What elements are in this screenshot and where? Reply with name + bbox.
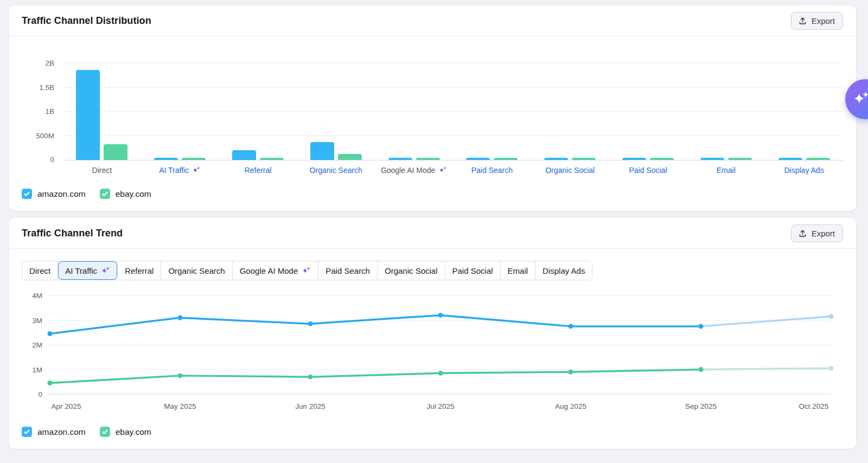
legend-label: ebay.com — [116, 427, 151, 437]
legend-item-amazon-com[interactable]: amazon.com — [22, 427, 86, 437]
tab-organic-search[interactable]: Organic Search — [161, 261, 232, 280]
category-label-direct: Direct — [63, 166, 141, 175]
data-point-ebay-com-Oct-2025[interactable] — [829, 366, 834, 371]
data-point-ebay-com-May-2025[interactable] — [178, 373, 183, 378]
y-axis-tick-label: 3M — [32, 317, 42, 325]
x-axis-tick-label: Sep 2025 — [685, 402, 717, 410]
legend-checkbox[interactable] — [100, 427, 110, 437]
bar-paid-search-amazon-com[interactable] — [466, 158, 490, 160]
line-chart-svg: 01M2M3M4MApr 2025May 2025Jun 2025Jul 202… — [22, 289, 843, 418]
legend-item-ebay-com[interactable]: ebay.com — [100, 427, 151, 437]
category-label-display-ads[interactable]: Display Ads — [765, 166, 843, 175]
data-point-ebay-com-Jun-2025[interactable] — [308, 375, 313, 380]
tab-direct[interactable]: Direct — [22, 261, 58, 280]
tab-paid-search[interactable]: Paid Search — [318, 261, 378, 280]
y-axis-tick-label: 2M — [32, 341, 42, 349]
trend-panel-body: DirectAI TrafficReferralOrganic SearchGo… — [9, 249, 856, 449]
tab-label: Referral — [125, 266, 154, 275]
data-point-ebay-com-Sep-2025[interactable] — [699, 367, 704, 372]
bar-email-amazon-com[interactable] — [700, 158, 724, 160]
tab-ai-traffic[interactable]: AI Traffic — [58, 261, 118, 280]
bar-email-ebay-com[interactable] — [728, 158, 752, 160]
category-label-text: Paid Search — [471, 166, 513, 175]
distribution-panel: Traffic Channel Distribution Export 0500… — [9, 5, 856, 211]
data-point-amazon-com-Sep-2025[interactable] — [699, 324, 704, 329]
trend-panel: Traffic Channel Trend Export DirectAI Tr… — [9, 218, 856, 449]
data-point-ebay-com-Apr-2025[interactable] — [48, 381, 53, 385]
data-point-amazon-com-Jul-2025[interactable] — [438, 313, 443, 318]
bar-organic-social-amazon-com[interactable] — [544, 158, 568, 160]
data-point-amazon-com-May-2025[interactable] — [178, 315, 183, 320]
bar-ai-traffic-amazon-com[interactable] — [154, 158, 178, 160]
bar-direct-ebay-com[interactable] — [104, 144, 127, 160]
category-label-paid-search[interactable]: Paid Search — [453, 166, 531, 175]
category-label-text: Display Ads — [784, 166, 824, 175]
trend-legend: amazon.comebay.com — [22, 427, 843, 437]
bar-referral-ebay-com[interactable] — [260, 158, 284, 160]
export-button-distribution[interactable]: Export — [791, 12, 843, 30]
sparkles-icon — [438, 166, 447, 175]
bar-display-ads-amazon-com[interactable] — [778, 158, 802, 160]
legend-item-ebay-com[interactable]: ebay.com — [100, 189, 151, 199]
category-label-text: Organic Social — [545, 166, 595, 175]
traffic-distribution-bar-chart: 0500M1B1.5B2BDirectAI TrafficReferralOrg… — [22, 63, 843, 175]
x-axis-tick-label: Apr 2025 — [52, 402, 81, 410]
legend-checkbox[interactable] — [100, 189, 110, 199]
bar-ai-traffic-ebay-com[interactable] — [182, 158, 206, 160]
category-label-organic-social[interactable]: Organic Social — [531, 166, 609, 175]
tab-display-ads[interactable]: Display Ads — [535, 261, 592, 280]
category-label-paid-social[interactable]: Paid Social — [609, 166, 687, 175]
data-point-amazon-com-Oct-2025[interactable] — [829, 314, 834, 319]
bar-group-ai-traffic — [141, 63, 219, 160]
tab-google-ai-mode[interactable]: Google AI Mode — [233, 261, 319, 280]
distribution-panel-header: Traffic Channel Distribution Export — [9, 5, 856, 36]
data-point-ebay-com-Aug-2025[interactable] — [569, 370, 573, 375]
bar-paid-social-ebay-com[interactable] — [650, 158, 674, 160]
bar-paid-search-ebay-com[interactable] — [494, 158, 518, 160]
bar-google-ai-mode-ebay-com[interactable] — [416, 158, 440, 160]
bar-organic-social-ebay-com[interactable] — [572, 158, 596, 160]
bar-chart-plot-area — [63, 63, 843, 160]
bar-organic-search-amazon-com[interactable] — [310, 142, 334, 160]
bar-google-ai-mode-amazon-com[interactable] — [388, 158, 412, 160]
gridline — [63, 160, 843, 160]
bar-group-display-ads — [765, 63, 843, 160]
category-label-text: AI Traffic — [159, 166, 189, 175]
tab-referral[interactable]: Referral — [118, 261, 161, 280]
data-point-amazon-com-Apr-2025[interactable] — [48, 331, 53, 336]
bar-group-google-ai-mode — [375, 63, 453, 160]
tab-label: Email — [508, 266, 528, 275]
legend-item-amazon-com[interactable]: amazon.com — [22, 189, 86, 199]
bar-display-ads-ebay-com[interactable] — [806, 158, 830, 160]
legend-checkbox[interactable] — [22, 189, 32, 199]
category-label-ai-traffic[interactable]: AI Traffic — [141, 166, 219, 175]
data-point-ebay-com-Jul-2025[interactable] — [438, 371, 443, 376]
data-point-amazon-com-Aug-2025[interactable] — [569, 324, 573, 329]
category-label-text: Referral — [245, 166, 272, 175]
tab-organic-social[interactable]: Organic Social — [378, 261, 445, 280]
category-label-text: Email — [717, 166, 736, 175]
tab-label: Paid Social — [452, 266, 493, 275]
bar-chart-category-labels: DirectAI TrafficReferralOrganic SearchGo… — [63, 166, 843, 175]
x-axis-tick-label: Oct 2025 — [799, 402, 829, 410]
channel-tabs: DirectAI TrafficReferralOrganic SearchGo… — [22, 261, 592, 280]
tab-email[interactable]: Email — [501, 261, 536, 280]
upload-icon — [798, 16, 807, 25]
legend-checkbox[interactable] — [22, 427, 32, 437]
y-axis-tick-label: 2B — [45, 59, 54, 68]
category-label-email[interactable]: Email — [687, 166, 765, 175]
bar-referral-amazon-com[interactable] — [232, 150, 256, 160]
bar-paid-social-amazon-com[interactable] — [622, 158, 646, 160]
export-button-trend[interactable]: Export — [791, 224, 843, 242]
bar-organic-search-ebay-com[interactable] — [338, 154, 362, 160]
data-point-amazon-com-Jun-2025[interactable] — [308, 321, 313, 326]
category-label-referral[interactable]: Referral — [219, 166, 297, 175]
bar-direct-amazon-com[interactable] — [76, 70, 100, 160]
bar-group-email — [687, 63, 765, 160]
bar-group-organic-social — [531, 63, 609, 160]
trend-panel-header: Traffic Channel Trend Export — [9, 218, 856, 249]
bar-chart-y-axis: 0500M1B1.5B2B — [22, 63, 63, 160]
tab-paid-social[interactable]: Paid Social — [445, 261, 501, 280]
category-label-organic-search[interactable]: Organic Search — [297, 166, 375, 175]
bar-group-referral — [219, 63, 297, 160]
